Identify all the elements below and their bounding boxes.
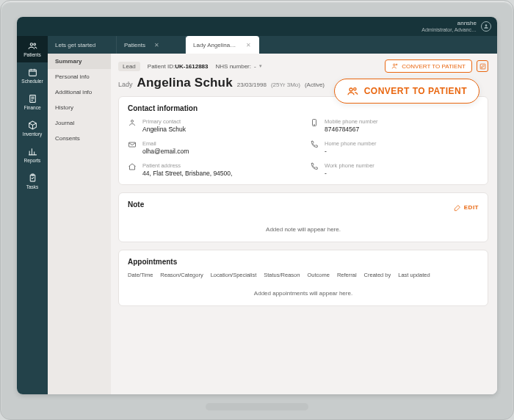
device-speaker [206,403,308,410]
barchart-icon [28,147,37,156]
section-list: Summary Personal info Additional info Hi… [48,54,111,394]
calendar-icon [28,68,37,77]
svg-point-13 [350,88,352,91]
patient-name: Angelina Schuk [137,76,233,90]
mobile-value: 8746784567 [325,126,378,133]
pencil-square-icon [479,63,486,70]
svg-point-9 [131,120,134,123]
bill-icon [28,94,37,104]
app-header: annshe Administrator, Advanc… [17,17,497,36]
user-name: annshe [421,21,477,27]
note-card: Note EDIT Added note will appear here. [118,192,488,242]
email-icon [128,140,137,149]
users-icon [28,41,37,51]
svg-point-14 [353,88,355,90]
contact-heading: Contact information [128,104,479,112]
rail-label: Finance [23,105,40,110]
page-content: Lead Patient ID:UK-1612883 NHS number: - [111,54,497,394]
tab-label: Patients [124,42,145,48]
tabstrip: Lets get started Patients ✕ Lady Angelin… [48,36,497,54]
svg-rect-8 [480,64,485,69]
name-prefix: Lady [118,81,133,88]
home-icon [128,162,137,171]
cube-icon [28,120,37,130]
avatar[interactable] [481,21,491,32]
appointments-heading: Appointments [128,258,479,266]
user-icon [483,23,489,29]
tab-patient-record[interactable]: Lady Angelina Schuk ✕ [186,36,259,54]
section-journal[interactable]: Journal [48,115,111,131]
lead-badge: Lead [118,62,140,71]
dob: 23/03/1998 [237,82,267,88]
section-history[interactable]: History [48,100,111,115]
close-icon[interactable]: ✕ [246,42,251,48]
rail-label: Patients [23,52,41,57]
user-role: Administrator, Advanc… [421,27,477,33]
tab-label: Lets get started [55,42,95,48]
svg-point-6 [394,64,396,66]
nav-rail: Patients Scheduler Finance Inventory Rep… [17,36,48,394]
contact-card: Contact information Primary contactAngel… [118,96,488,185]
tab-patients[interactable]: Patients ✕ [117,36,186,54]
rail-label: Inventory [23,131,43,137]
phone-icon [310,140,319,149]
svg-rect-12 [129,142,136,147]
appointments-placeholder: Added appointments will appear here. [128,286,479,298]
rail-item-finance[interactable]: Finance [17,89,48,115]
rail-item-scheduler[interactable]: Scheduler [17,62,48,89]
edit-record-button[interactable] [477,60,488,72]
svg-point-0 [30,43,32,46]
rail-item-reports[interactable]: Reports [17,142,48,168]
rail-label: Tasks [26,184,39,189]
rail-item-inventory[interactable]: Inventory [17,115,48,142]
appointments-columns: Date/Time Reason/Category Location/Speci… [128,272,479,278]
patient-id: Patient ID:UK-1612883 [148,63,209,70]
users-icon [347,85,358,97]
address-value: 44, Flat Street, Brisbane, 94500, [142,170,232,177]
person-icon [128,118,137,127]
appointments-card: Appointments Date/Time Reason/Category L… [118,250,488,306]
section-additional-info[interactable]: Additional info [48,84,111,100]
close-icon[interactable]: ✕ [154,42,159,48]
convert-to-patient-button[interactable]: CONVERT TO PATIENT [334,79,479,104]
svg-rect-2 [29,70,36,76]
home-phone-value: - [325,148,376,155]
current-user[interactable]: annshe Administrator, Advanc… [421,21,477,32]
note-placeholder: Added note will appear here. [128,222,479,234]
rail-label: Scheduler [21,79,43,84]
note-heading: Note [128,200,144,209]
section-consents[interactable]: Consents [48,131,111,146]
section-summary[interactable]: Summary [48,54,111,69]
tab-lets-get-started[interactable]: Lets get started [48,36,117,54]
users-icon [391,62,399,70]
tab-label: Lady Angelina Schuk [193,42,237,48]
convert-to-patient-small-button[interactable]: CONVERT TO PATIENT [385,59,472,73]
work-phone-value: - [325,170,374,177]
rail-label: Reports [24,158,41,163]
mobile-icon [310,118,319,127]
pencil-icon [454,204,461,211]
status: (Active) [305,82,325,88]
svg-point-11 [314,125,315,126]
svg-point-1 [33,43,35,46]
clipboard-icon [28,173,37,183]
email-value: olha@email.com [142,148,189,155]
rail-item-tasks[interactable]: Tasks [17,168,48,195]
primary-contact-value: Angelina Schuk [142,126,186,133]
edit-note-button[interactable]: EDIT [454,204,479,211]
age: (25Yr 3Mo) [271,82,300,88]
svg-point-7 [397,64,398,65]
nhs-number-dropdown[interactable]: NHS number: - [216,63,262,70]
rail-item-patients[interactable]: Patients [17,36,48,62]
section-personal-info[interactable]: Personal info [48,69,111,84]
phone-icon [310,162,319,171]
